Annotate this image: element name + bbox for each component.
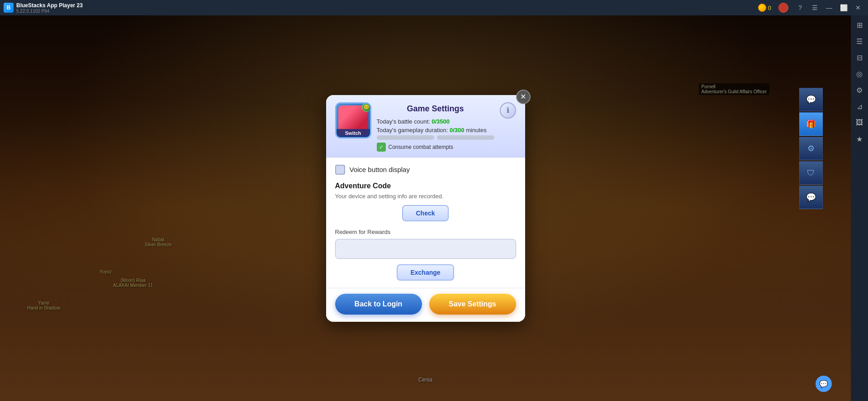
info-button[interactable]: ℹ — [500, 102, 516, 119]
coin-display: 0 — [758, 4, 771, 12]
sidebar-btn-2[interactable]: ☰ — [852, 33, 867, 49]
app-logo: B — [4, 3, 14, 13]
modal-header: 😊 Switch Game Settings Today's battle co… — [326, 95, 525, 158]
sidebar-btn-3[interactable]: ⊟ — [852, 50, 867, 65]
logo-text: B — [7, 5, 11, 11]
window-controls: 0 ? ☰ — ⬜ ✕ — [758, 3, 864, 13]
battle-count-label: Today's battle count: — [377, 118, 432, 125]
adventure-code-title: Adventure Code — [335, 182, 516, 190]
menu-button[interactable]: ☰ — [808, 3, 821, 13]
redeem-label: Redeem for Rewards — [335, 229, 516, 235]
sidebar-btn-6[interactable]: ⊿ — [852, 99, 867, 114]
modal-title: Game Settings — [377, 104, 494, 114]
duration-label: Today's gameplay duration: — [377, 127, 450, 134]
sidebar-btn-1[interactable]: ⊞ — [852, 17, 867, 33]
modal-title-area: Game Settings Today's battle count: 0/35… — [377, 102, 494, 152]
modal-body: Voice button display Adventure Code Your… — [326, 158, 525, 288]
redeem-input[interactable] — [335, 239, 516, 259]
close-button[interactable]: ✕ — [852, 3, 864, 13]
battle-progress-bar — [377, 135, 434, 140]
modal-footer: Back to Login Save Settings — [326, 288, 525, 322]
voice-toggle-checkbox[interactable] — [335, 165, 345, 175]
minimize-button[interactable]: — — [823, 3, 835, 13]
right-sidebar: ⊞ ☰ ⊟ ◎ ⚙ ⊿ 🖼 ★ — [851, 15, 868, 401]
sidebar-btn-8[interactable]: ★ — [852, 131, 867, 147]
titlebar: B BlueStacks App Player 23 5.22.0.1102 P… — [0, 0, 868, 15]
character-badge-icon: 😊 — [362, 103, 371, 112]
app-title: BlueStacks App Player 23 5.22.0.1102 P64 — [16, 2, 758, 14]
sidebar-btn-4[interactable]: ◎ — [852, 66, 867, 81]
modal-overlay: ✕ 😊 Switch Game Settings Today's battle … — [0, 15, 851, 401]
character-avatar[interactable]: 😊 Switch — [335, 102, 371, 138]
progress-bars — [377, 135, 494, 140]
check-button[interactable]: Check — [402, 205, 448, 221]
exchange-button[interactable]: Exchange — [397, 264, 454, 281]
consume-label: Consume combat attempts — [389, 144, 453, 150]
info-icon: ℹ — [507, 106, 509, 115]
avatar-label[interactable]: Switch — [337, 129, 370, 137]
consume-row: ✓ Consume combat attempts — [377, 143, 494, 152]
user-avatar[interactable] — [778, 3, 788, 13]
duration-progress-bar — [437, 135, 494, 140]
app-version: 5.22.0.1102 P64 — [16, 9, 758, 14]
coin-count: 0 — [768, 5, 771, 11]
help-button[interactable]: ? — [794, 3, 806, 13]
sidebar-btn-5[interactable]: ⚙ — [852, 82, 867, 98]
adventure-code-desc: Your device and setting info are recorde… — [335, 193, 516, 200]
battle-count-row: Today's battle count: 0/3500 — [377, 118, 494, 125]
game-settings-modal: ✕ 😊 Switch Game Settings Today's battle … — [326, 95, 525, 322]
chat-bubble-button[interactable]: 💬 — [816, 376, 832, 392]
sidebar-btn-7[interactable]: 🖼 — [852, 115, 867, 130]
voice-label: Voice button display — [350, 166, 410, 173]
duration-value: 0/300 — [450, 127, 465, 134]
back-to-login-button[interactable]: Back to Login — [335, 294, 422, 315]
close-icon: ✕ — [520, 92, 526, 101]
battle-count-value: 0/3500 — [432, 118, 450, 125]
chat-bubble-icon: 💬 — [819, 380, 828, 388]
duration-row: Today's gameplay duration: 0/300 minutes — [377, 127, 494, 134]
game-area: Purnell Adventurer's Guild Affairs Offic… — [0, 15, 851, 401]
modal-close-button[interactable]: ✕ — [516, 90, 531, 104]
app-name: BlueStacks App Player 23 — [16, 2, 83, 9]
coin-icon — [758, 4, 766, 12]
save-settings-button[interactable]: Save Settings — [429, 294, 516, 315]
restore-button[interactable]: ⬜ — [837, 3, 850, 13]
consume-check-icon: ✓ — [377, 143, 386, 152]
voice-toggle-row: Voice button display — [335, 165, 516, 175]
duration-unit: minutes — [466, 127, 487, 134]
